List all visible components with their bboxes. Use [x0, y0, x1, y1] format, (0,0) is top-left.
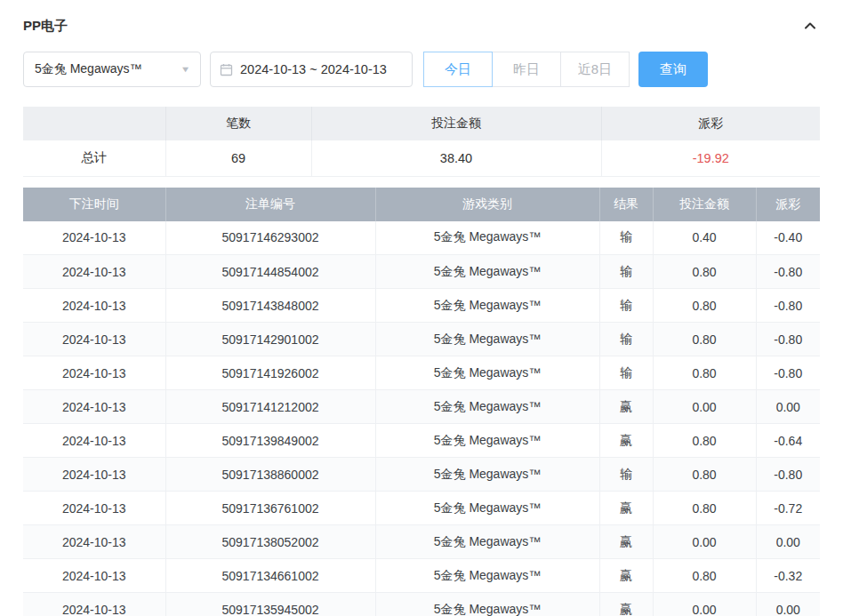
cell-game-type: 5金兔 Megaways™ [375, 255, 599, 289]
table-row: 2024-10-13509171462930025金兔 Megaways™输0.… [23, 221, 820, 255]
header-payout: 派彩 [756, 188, 820, 221]
cell-bet-id: 50917138052002 [165, 525, 375, 559]
cell-game-type: 5金兔 Megaways™ [375, 289, 599, 323]
bet-records-table: 下注时间注单编号游戏类别结果投注金额派彩 2024-10-13509171462… [23, 188, 820, 616]
cell-bet-time: 2024-10-13 [23, 255, 165, 289]
cell-bet-id: 50917144854002 [165, 255, 375, 289]
cell-payout: 0.00 [756, 390, 820, 424]
table-row: 2024-10-13509171419260025金兔 Megaways™输0.… [23, 356, 820, 390]
table-row: 2024-10-13509171429010025金兔 Megaways™输0.… [23, 323, 820, 356]
summary-bet-amount: 38.40 [311, 140, 601, 176]
cell-game-type: 5金兔 Megaways™ [375, 525, 599, 559]
cell-bet-time: 2024-10-13 [23, 323, 165, 356]
cell-payout: -0.80 [756, 356, 820, 390]
table-row: 2024-10-13509171388600025金兔 Megaways™输0.… [23, 458, 820, 492]
table-header-row: 下注时间注单编号游戏类别结果投注金额派彩 [23, 188, 820, 221]
header-bet-amount: 投注金额 [653, 188, 756, 221]
cell-bet-amount: 0.80 [653, 356, 756, 390]
page-title: PP电子 [23, 18, 68, 35]
date-range-value: 2024-10-13 ~ 2024-10-13 [240, 62, 387, 76]
cell-payout: -0.72 [756, 492, 820, 525]
cell-result: 赢 [599, 424, 653, 458]
cell-result: 输 [599, 255, 653, 289]
cell-bet-id: 50917135945002 [165, 593, 375, 616]
cell-bet-id: 50917141926002 [165, 356, 375, 390]
cell-bet-id: 50917143848002 [165, 289, 375, 323]
header-result: 结果 [599, 188, 653, 221]
table-row: 2024-10-13509171398490025金兔 Megaways™赢0.… [23, 424, 820, 458]
table-row: 2024-10-13509171448540025金兔 Megaways™输0.… [23, 255, 820, 289]
quick-filter-group: 今日 昨日 近8日 [423, 52, 630, 87]
cell-payout: -0.80 [756, 458, 820, 492]
cell-game-type: 5金兔 Megaways™ [375, 356, 599, 390]
cell-bet-time: 2024-10-13 [23, 492, 165, 525]
page: PP电子 5金兔 Megaways™ ▼ 2024-10-13 ~ 2024-1… [0, 0, 843, 616]
cell-result: 输 [599, 356, 653, 390]
calendar-icon [220, 63, 233, 76]
section-header: PP电子 [23, 12, 820, 39]
header-bet-time: 下注时间 [23, 188, 165, 221]
cell-bet-time: 2024-10-13 [23, 593, 165, 616]
date-range-input[interactable]: 2024-10-13 ~ 2024-10-13 [210, 52, 413, 87]
game-select[interactable]: 5金兔 Megaways™ ▼ [23, 52, 201, 87]
yesterday-button[interactable]: 昨日 [492, 52, 561, 87]
summary-total-row: 总计6938.40-19.92 [23, 140, 820, 176]
summary-header-cell-1: 笔数 [165, 107, 311, 140]
cell-game-type: 5金兔 Megaways™ [375, 593, 599, 616]
cell-bet-amount: 0.00 [653, 390, 756, 424]
cell-bet-time: 2024-10-13 [23, 525, 165, 559]
cell-result: 赢 [599, 559, 653, 593]
table-row: 2024-10-13509171412120025金兔 Megaways™赢0.… [23, 390, 820, 424]
cell-bet-amount: 0.00 [653, 525, 756, 559]
cell-payout: -0.32 [756, 559, 820, 593]
cell-bet-id: 50917146293002 [165, 221, 375, 255]
cell-bet-time: 2024-10-13 [23, 221, 165, 255]
cell-bet-id: 50917141212002 [165, 390, 375, 424]
cell-bet-id: 50917142901002 [165, 323, 375, 356]
cell-result: 输 [599, 289, 653, 323]
header-bet-id: 注单编号 [165, 188, 375, 221]
cell-result: 输 [599, 221, 653, 255]
game-select-value: 5金兔 Megaways™ [35, 61, 142, 77]
table-row: 2024-10-13509171438480025金兔 Megaways™输0.… [23, 289, 820, 323]
cell-bet-amount: 0.80 [653, 323, 756, 356]
cell-bet-amount: 0.80 [653, 492, 756, 525]
cell-game-type: 5金兔 Megaways™ [375, 492, 599, 525]
cell-result: 赢 [599, 525, 653, 559]
cell-bet-id: 50917139849002 [165, 424, 375, 458]
table-row: 2024-10-13509171367610025金兔 Megaways™赢0.… [23, 492, 820, 525]
cell-game-type: 5金兔 Megaways™ [375, 390, 599, 424]
cell-bet-time: 2024-10-13 [23, 356, 165, 390]
cell-game-type: 5金兔 Megaways™ [375, 323, 599, 356]
cell-result: 输 [599, 323, 653, 356]
cell-payout: 0.00 [756, 593, 820, 616]
cell-payout: -0.80 [756, 289, 820, 323]
cell-bet-time: 2024-10-13 [23, 424, 165, 458]
cell-bet-amount: 0.00 [653, 593, 756, 616]
header-game-type: 游戏类别 [375, 188, 599, 221]
query-button[interactable]: 查询 [638, 52, 708, 87]
cell-bet-id: 50917136761002 [165, 492, 375, 525]
summary-count: 69 [165, 140, 311, 176]
cell-payout: -0.64 [756, 424, 820, 458]
table-row: 2024-10-13509171380520025金兔 Megaways™赢0.… [23, 525, 820, 559]
summary-total-label: 总计 [23, 140, 165, 176]
cell-result: 赢 [599, 492, 653, 525]
cell-payout: -0.40 [756, 221, 820, 255]
cell-game-type: 5金兔 Megaways™ [375, 221, 599, 255]
summary-header-cell-3: 派彩 [601, 107, 820, 140]
summary-header-cell-2: 投注金额 [311, 107, 601, 140]
table-row: 2024-10-13509171346610025金兔 Megaways™赢0.… [23, 559, 820, 593]
cell-bet-amount: 0.80 [653, 289, 756, 323]
collapse-chevron-up-icon[interactable] [800, 16, 820, 36]
last-8-days-button[interactable]: 近8日 [560, 52, 630, 87]
caret-down-icon: ▼ [181, 65, 191, 74]
cell-game-type: 5金兔 Megaways™ [375, 458, 599, 492]
cell-bet-id: 50917134661002 [165, 559, 375, 593]
cell-bet-amount: 0.80 [653, 255, 756, 289]
today-button[interactable]: 今日 [423, 52, 493, 87]
table-row: 2024-10-13509171359450025金兔 Megaways™赢0.… [23, 593, 820, 616]
cell-bet-time: 2024-10-13 [23, 458, 165, 492]
cell-game-type: 5金兔 Megaways™ [375, 559, 599, 593]
cell-bet-time: 2024-10-13 [23, 289, 165, 323]
